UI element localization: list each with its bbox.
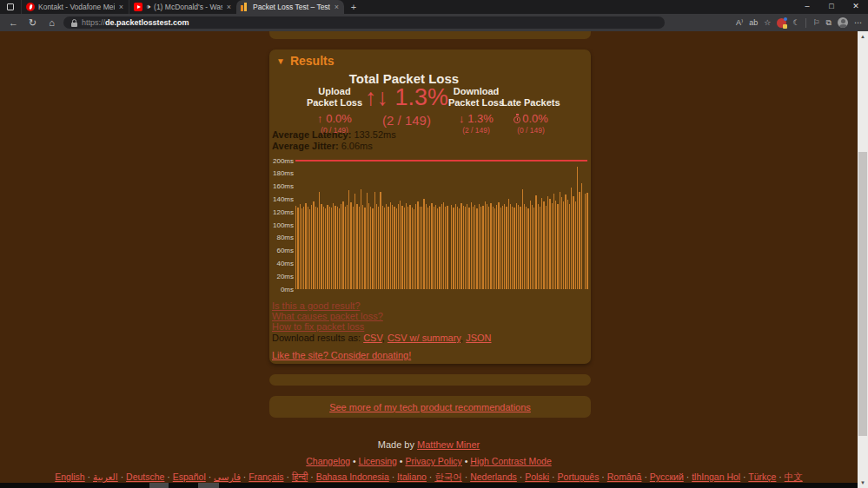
csv-summary-link[interactable]: CSV w/ summary [388,333,461,343]
footer-link[interactable]: High Contrast Mode [470,456,551,466]
latency-bar [510,204,511,289]
author-link[interactable]: Matthew Miner [417,439,480,450]
latency-bar [323,207,324,289]
latency-bar [457,207,458,289]
language-link[interactable]: Español [173,472,206,482]
latency-bar [577,167,578,289]
language-link[interactable]: Deutsche [126,472,164,482]
footer-link[interactable]: Privacy Policy [405,456,461,466]
donate-link[interactable]: Like the site? Consider donating! [272,350,411,360]
language-link[interactable]: Italiano [397,472,427,482]
y-axis-tick: 100ms [269,221,294,229]
language-link[interactable]: Polski [525,472,549,482]
good-result-link[interactable]: Is this a good result? [272,300,361,311]
home-button[interactable]: ⌂ [44,17,59,28]
address-bar[interactable]: https://de.packetlosstest.com [63,16,665,29]
close-icon[interactable]: × [226,3,232,11]
latency-bar [527,208,528,289]
language-link[interactable]: Română [607,472,642,482]
language-link[interactable]: Nederlands [470,472,517,482]
collections-icon[interactable]: ⧉ [826,14,832,31]
language-link[interactable]: فارسی [214,472,241,482]
y-axis-tick: 180ms [269,169,294,177]
scroll-down-icon[interactable]: ▼ [858,478,868,488]
lock-icon [71,19,77,27]
language-link[interactable]: Русский [650,472,684,482]
latency-bar [420,207,421,289]
late-packets-count: (0 / 149) [494,126,568,135]
language-link[interactable]: English [55,472,84,482]
latency-bar [404,208,405,289]
language-link[interactable]: 中文 [785,472,803,482]
latency-bar [331,208,332,289]
language-link[interactable]: हिन्दी [292,472,308,482]
language-link[interactable]: العربية [93,472,118,482]
language-link[interactable]: Bahasa Indonesia [316,472,389,482]
latency-bar [356,204,357,289]
read-aloud-icon[interactable]: A⁾ [736,14,743,31]
latency-bar [488,207,489,289]
latency-bar [374,192,375,289]
adblock-extension-icon[interactable] [777,18,786,28]
latency-bar [317,208,318,289]
causes-packet-loss-link[interactable]: What causes packet loss? [272,311,383,321]
language-link[interactable]: 한국어 [434,472,462,482]
latency-bar [543,201,544,289]
sidebar-icon[interactable]: ⚐ [812,14,819,31]
latency-bar [451,205,452,289]
latency-bar [493,207,494,289]
scrollbar-thumb[interactable] [858,152,867,436]
latency-bar [465,207,466,289]
profile-avatar[interactable] [838,17,848,28]
language-link[interactable]: Français [248,472,283,482]
collapsed-section-bar[interactable] [269,374,591,386]
footer-link[interactable]: Licensing [359,456,397,466]
latency-bar [392,205,393,289]
minimize-button[interactable]: – [795,0,819,14]
fix-packet-loss-link[interactable]: How to fix packet loss [272,321,364,332]
json-link[interactable]: JSON [466,333,491,343]
latency-bar [541,198,542,289]
browser-essentials-icon[interactable]: ☾ [792,14,799,31]
results-section-header[interactable]: ▼ Results [276,54,334,68]
language-link[interactable]: tlhIngan Hol [692,472,740,482]
maximize-button[interactable]: □ [819,0,844,14]
latency-bar [435,205,436,289]
tab-youtube[interactable]: 🕩 (1) McDonald's - Was ist FA × [129,0,236,14]
close-window-button[interactable]: ✕ [844,0,868,14]
more-menu-icon[interactable]: ⋯ [854,14,862,31]
tab-actions-button[interactable] [0,0,21,14]
translate-icon[interactable]: ab [749,14,758,31]
refresh-button[interactable]: ↻ [25,17,40,29]
latency-bar [348,190,349,289]
latency-bar [553,194,554,289]
latency-bar [571,188,572,289]
page-scrollbar[interactable]: ▲ ▼ [858,31,868,488]
close-icon[interactable]: × [118,3,124,11]
latency-bar [359,207,360,289]
recommendations-bar: See more of my tech product recommendati… [269,396,591,418]
recommendations-link[interactable]: See more of my tech product recommendati… [329,402,531,412]
latency-bar [502,206,503,289]
scroll-up-icon[interactable]: ▲ [858,31,868,42]
audio-playing-icon[interactable]: 🕩 [146,3,150,11]
latency-bar [586,193,587,289]
tab-vodafone[interactable]: Kontakt - Vodafone MeinKabel-K × [21,0,129,14]
new-tab-button[interactable]: + [344,0,363,14]
tab-packet-loss-test[interactable]: Packet Loss Test – Test Your Conn × [236,0,344,14]
latency-bar [301,208,302,289]
url-protocol: https:// [82,18,105,27]
footer-link[interactable]: Changelog [306,456,350,466]
latency-bar [546,206,547,289]
language-link[interactable]: Português [558,472,600,482]
close-icon[interactable]: × [334,3,340,11]
back-button[interactable]: ← [6,17,21,28]
upload-packet-loss-stat: Upload Packet Loss ↑ 0.0% (0 / 149) [301,86,368,135]
average-latency-line: Average Latency: 133.52ms [272,129,396,140]
latency-bar [565,195,566,289]
language-link[interactable]: Türkçe [748,472,776,482]
latency-bar [325,208,326,289]
favorites-icon[interactable]: ☆ [764,14,771,31]
latency-bar [421,207,422,289]
csv-link[interactable]: CSV [363,333,382,343]
